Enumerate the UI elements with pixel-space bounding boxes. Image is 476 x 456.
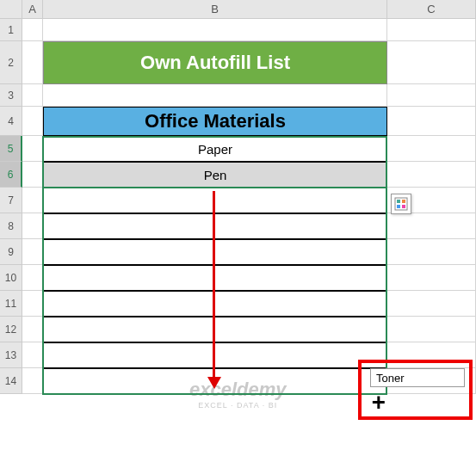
svg-rect-4 [402, 205, 405, 208]
cell-A1[interactable] [22, 19, 43, 41]
cell-B13[interactable] [43, 342, 387, 368]
row-header-5[interactable]: 5 [0, 136, 22, 162]
cell-A13[interactable] [22, 342, 43, 368]
cell-B6[interactable]: Pen [43, 162, 387, 188]
cell-B5[interactable]: Paper [43, 136, 387, 162]
cell-B10[interactable] [43, 265, 387, 291]
cell-B3[interactable] [43, 84, 387, 107]
row-header-7[interactable]: 7 [0, 188, 22, 213]
cell-A5[interactable] [22, 136, 43, 162]
cell-A7[interactable] [22, 188, 43, 213]
cell-C1[interactable] [387, 19, 476, 41]
row-header-1[interactable]: 1 [0, 19, 22, 41]
fill-handle-cursor-icon: + [372, 389, 386, 415]
row-header-2[interactable]: 2 [0, 41, 22, 84]
autofill-options-icon[interactable] [391, 194, 411, 214]
row-header-11[interactable]: 11 [0, 291, 22, 317]
cell-B11[interactable] [43, 291, 387, 317]
column-headers: A B C [0, 0, 476, 19]
watermark-main: exceldemy [189, 379, 287, 401]
cell-A6[interactable] [22, 162, 43, 188]
svg-rect-2 [402, 200, 405, 203]
row-header-9[interactable]: 9 [0, 239, 22, 265]
cell-A8[interactable] [22, 213, 43, 239]
cell-C2[interactable] [387, 41, 476, 84]
cell-A2[interactable] [22, 41, 43, 84]
col-header-C[interactable]: C [387, 0, 476, 18]
cell-C10[interactable] [387, 265, 476, 291]
cell-C6[interactable] [387, 162, 476, 188]
row-header-10[interactable]: 10 [0, 265, 22, 291]
cell-B8[interactable] [43, 213, 387, 239]
cell-C9[interactable] [387, 239, 476, 265]
cell-C4[interactable] [387, 107, 476, 136]
cell-C5[interactable] [387, 136, 476, 162]
cell-C8[interactable] [387, 213, 476, 239]
row-header-3[interactable]: 3 [0, 84, 22, 107]
cell-A10[interactable] [22, 265, 43, 291]
cell-A9[interactable] [22, 239, 43, 265]
select-all-corner[interactable] [0, 0, 22, 18]
svg-rect-3 [397, 205, 400, 208]
watermark: exceldemy EXCEL · DATA · BI [189, 379, 287, 410]
title-cell[interactable]: Own Autofill List [43, 41, 387, 84]
row-header-12[interactable]: 12 [0, 317, 22, 342]
cell-A4[interactable] [22, 107, 43, 136]
cell-A12[interactable] [22, 317, 43, 342]
cell-B12[interactable] [43, 317, 387, 342]
row-header-13[interactable]: 13 [0, 342, 22, 368]
col-header-A[interactable]: A [22, 0, 43, 18]
cell-A14[interactable] [22, 368, 43, 394]
table-header-cell[interactable]: Office Materials [43, 107, 387, 136]
row-header-6[interactable]: 6 [0, 162, 22, 188]
cell-A3[interactable] [22, 84, 43, 107]
svg-rect-1 [397, 200, 400, 203]
row-header-4[interactable]: 4 [0, 107, 22, 136]
cell-B7[interactable] [43, 188, 387, 213]
cell-B9[interactable] [43, 239, 387, 265]
cell-C12[interactable] [387, 317, 476, 342]
watermark-sub: EXCEL · DATA · BI [189, 401, 287, 410]
cell-C3[interactable] [387, 84, 476, 107]
col-header-B[interactable]: B [43, 0, 387, 18]
row-header-8[interactable]: 8 [0, 213, 22, 239]
autofill-tooltip: Toner [370, 368, 465, 387]
cell-A11[interactable] [22, 291, 43, 317]
row-header-14[interactable]: 14 [0, 368, 22, 394]
cell-C11[interactable] [387, 291, 476, 317]
cell-B1[interactable] [43, 19, 387, 41]
